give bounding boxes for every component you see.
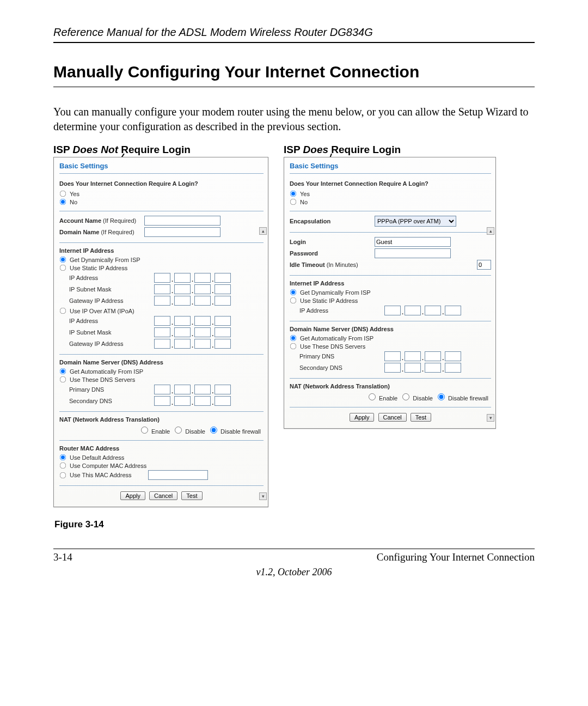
radio-yes[interactable]	[60, 191, 66, 197]
login-prompt-r: Does Your Internet Connection Require A …	[290, 180, 491, 187]
internet-ip-header: Internet IP Address	[59, 247, 264, 254]
section-title: Manually Configuring Your Internet Conne…	[53, 63, 535, 87]
account-name-label: Account Name	[59, 217, 101, 224]
radio-nat-enable-r[interactable]	[369, 393, 376, 400]
basic-settings-panel-login: Basic Settings Does Your Internet Connec…	[284, 157, 496, 429]
label-nat-enable: Enable	[151, 428, 170, 435]
if-required-1: (If Required)	[101, 217, 136, 224]
test-button[interactable]: Test	[181, 491, 202, 500]
label-nat-disablefw: Disable firewall	[220, 428, 261, 435]
secondary-dns-input-r[interactable]: ...	[384, 363, 461, 373]
ipoa-gateway-label: Gateway IP Address	[69, 340, 151, 347]
login-prompt: Does Your Internet Connection Require A …	[59, 180, 264, 187]
ip-address-label: IP Address	[69, 275, 151, 281]
ip-subnet-input[interactable]: ...	[154, 284, 231, 294]
gateway-ip-label: Gateway IP Address	[69, 297, 151, 304]
radio-dns-auto[interactable]	[60, 368, 66, 375]
label-ipoa: Use IP Over ATM (IPoA)	[70, 308, 134, 314]
ip-address-input-r[interactable]: ...	[384, 306, 461, 315]
basic-settings-panel-no-login: Basic Settings Does Your Internet Connec…	[53, 157, 268, 507]
scroll-down-icon[interactable]: ▾	[259, 492, 267, 500]
label-nat-disable: Disable	[185, 428, 205, 435]
internet-ip-header-r: Internet IP Address	[290, 280, 491, 287]
intro-paragraph: You can manually configure your modem ro…	[53, 105, 535, 134]
radio-nat-disable[interactable]	[175, 427, 182, 434]
label-mac-default: Use Default Address	[70, 454, 124, 461]
encapsulation-select[interactable]: PPPoA (PPP over ATM)	[375, 216, 456, 227]
scroll-up-icon[interactable]: ▴	[259, 227, 267, 235]
account-name-input[interactable]	[144, 216, 220, 226]
secondary-dns-label: Secondary DNS	[69, 398, 151, 404]
radio-use-static-r[interactable]	[290, 297, 297, 304]
radio-dns-auto-r[interactable]	[290, 335, 297, 342]
left-heading-pre: ISP	[53, 144, 73, 155]
radio-no[interactable]	[60, 199, 66, 205]
radio-nat-disablefw[interactable]	[210, 427, 217, 434]
idle-suffix: (In Minutes)	[325, 261, 358, 268]
ipoa-subnet-input[interactable]: ...	[154, 327, 231, 337]
ipoa-ip-input[interactable]: ...	[154, 316, 231, 326]
radio-mac-this[interactable]	[60, 472, 66, 478]
apply-button-r[interactable]: Apply	[350, 413, 375, 422]
radio-mac-default[interactable]	[60, 454, 66, 461]
idle-input[interactable]	[477, 260, 491, 270]
right-heading-pre: ISP	[284, 144, 303, 155]
password-label: Password	[290, 250, 318, 257]
ipoa-ip-label: IP Address	[69, 318, 151, 324]
label-use-static-r: Use Static IP Address	[300, 297, 358, 304]
test-button-r[interactable]: Test	[411, 413, 431, 422]
ip-address-label-r: IP Address	[299, 307, 381, 314]
figure-caption: Figure 3-14	[54, 519, 535, 530]
mac-address-input[interactable]	[148, 470, 208, 480]
nat-header-r: NAT (Network Address Translation)	[290, 383, 491, 389]
label-dns-auto: Get Automatically From ISP	[70, 368, 143, 375]
panel-title-r: Basic Settings	[290, 161, 491, 174]
radio-mac-computer[interactable]	[60, 462, 66, 469]
nat-header: NAT (Network Address Translation)	[59, 416, 264, 423]
dns-header-r: Domain Name Server (DNS) Address	[290, 326, 491, 332]
password-input[interactable]	[375, 248, 451, 258]
gateway-ip-input[interactable]: ...	[154, 296, 231, 306]
radio-yes-label: Yes	[70, 191, 79, 197]
cancel-button-r[interactable]: Cancel	[378, 413, 407, 422]
radio-nat-disable-r[interactable]	[402, 393, 409, 400]
login-input[interactable]	[375, 237, 451, 247]
panel-title: Basic Settings	[59, 161, 264, 174]
radio-get-dynamic-r[interactable]	[290, 289, 297, 296]
dns-header: Domain Name Server (DNS) Address	[59, 359, 264, 366]
radio-no-label-r: No	[300, 199, 308, 205]
radio-dns-manual-r[interactable]	[290, 343, 297, 350]
label-nat-enable-r: Enable	[379, 395, 397, 401]
ipoa-subnet-label: IP Subnet Mask	[69, 329, 151, 336]
radio-nat-enable[interactable]	[141, 427, 148, 434]
scroll-down-icon-r[interactable]: ▾	[487, 414, 494, 422]
chapter-title: Configuring Your Internet Connection	[377, 551, 535, 563]
ip-address-input[interactable]: ...	[154, 273, 231, 283]
cancel-button[interactable]: Cancel	[149, 491, 177, 500]
apply-button[interactable]: Apply	[120, 491, 145, 500]
primary-dns-input[interactable]: ...	[154, 385, 231, 394]
radio-ipoa[interactable]	[60, 308, 66, 314]
label-dns-manual-r: Use These DNS Servers	[300, 343, 365, 350]
radio-nat-disablefw-r[interactable]	[438, 393, 445, 400]
label-dns-auto-r: Get Automatically From ISP	[300, 335, 373, 342]
ipoa-gateway-input[interactable]: ...	[154, 339, 231, 349]
radio-dns-manual[interactable]	[60, 376, 66, 383]
domain-name-input[interactable]	[144, 227, 220, 237]
radio-yes-r[interactable]	[290, 191, 297, 197]
radio-no-r[interactable]	[290, 199, 297, 205]
label-get-dynamic-r: Get Dynamically From ISP	[300, 289, 371, 296]
primary-dns-input-r[interactable]: ...	[384, 351, 461, 361]
if-required-2: (If Required)	[99, 229, 134, 235]
radio-no-label: No	[70, 199, 77, 205]
radio-use-static[interactable]	[60, 265, 66, 271]
domain-name-label: Domain Name	[59, 229, 99, 235]
doc-version: v1.2, October 2006	[53, 567, 535, 578]
radio-yes-label-r: Yes	[300, 191, 310, 197]
radio-get-dynamic[interactable]	[60, 257, 66, 263]
scroll-up-icon-r[interactable]: ▴	[487, 227, 494, 235]
label-get-dynamic: Get Dynamically From ISP	[70, 257, 140, 263]
secondary-dns-label-r: Secondary DNS	[299, 364, 381, 371]
primary-dns-label: Primary DNS	[69, 386, 151, 393]
secondary-dns-input[interactable]: ...	[154, 396, 231, 406]
